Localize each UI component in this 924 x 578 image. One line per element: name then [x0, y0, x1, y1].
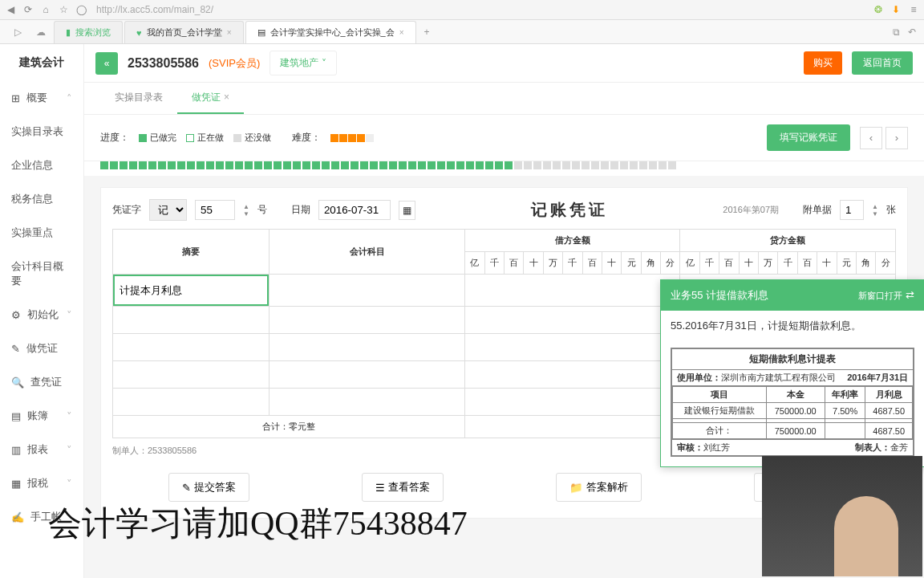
book-icon: ▤ [11, 410, 21, 422]
voucher-type-select[interactable]: 记 [149, 199, 187, 221]
legend-done-icon [139, 134, 147, 142]
star-icon[interactable]: ☆ [58, 4, 69, 15]
new-window-link[interactable]: 新窗口打开 [858, 291, 902, 300]
progress-label: 进度： [100, 131, 129, 144]
sidebar-item-catalog[interactable]: 实操目录表 [0, 115, 83, 149]
sidebar-item-make-voucher[interactable]: ✎做凭证 [0, 332, 83, 365]
voucher-no-input[interactable] [195, 200, 235, 220]
legend-doing-icon [186, 134, 194, 142]
play-icon[interactable]: ▷ [8, 26, 28, 38]
fill-voucher-button[interactable]: 填写记账凭证 [767, 124, 850, 151]
popup-table-title: 短期借款利息计提表 [672, 349, 913, 370]
prev-button[interactable]: ‹ [860, 127, 882, 149]
undo-icon[interactable]: ↶ [908, 26, 916, 38]
url-bar[interactable]: http://lx.acc5.com/main_82/ [93, 4, 866, 15]
home-button[interactable]: 返回首页 [852, 51, 913, 75]
period-label: 2016年第07期 [723, 204, 779, 216]
ext-icon[interactable]: ❂ [873, 4, 884, 15]
progress-grid [84, 161, 924, 176]
voucher-no-suffix: 号 [257, 203, 267, 217]
sidebar-item-check-voucher[interactable]: 🔍查凭证 [0, 365, 83, 399]
tab-search[interactable]: ▮搜索浏览 [54, 21, 123, 43]
analyze-button[interactable]: 📁答案解析 [556, 473, 642, 502]
date-label: 日期 [291, 203, 310, 217]
list-icon: ☰ [375, 482, 385, 494]
sidebar-item-overview[interactable]: ⊞概要˄ [0, 81, 83, 115]
hand-icon: ✍ [11, 511, 24, 523]
col-summary: 摘要 [113, 230, 270, 275]
chevron-down-icon: ˅ [67, 410, 72, 422]
account-id: 2533805586 [128, 56, 199, 71]
voucher-type-label: 凭证字 [112, 203, 141, 217]
col-subject: 会计科目 [270, 230, 465, 275]
chevron-down-icon: ˅ [322, 58, 326, 69]
sidebar-item-subjects[interactable]: 会计科目概要 [0, 250, 83, 298]
attach-label: 附单据 [803, 203, 832, 217]
sidebar-item-manual[interactable]: ✍手工帐 [0, 500, 83, 534]
sidebar-item-taxfile[interactable]: ▦报税˅ [0, 466, 83, 500]
close-icon[interactable]: × [227, 28, 232, 37]
col-debit: 借方金额 [465, 230, 680, 252]
sidebar-title: 建筑会计 [0, 44, 83, 81]
folder-icon: 📁 [569, 482, 583, 494]
search-icon: 🔍 [11, 377, 24, 389]
chevron-down-icon: ˅ [67, 309, 72, 321]
subject-cell[interactable] [270, 275, 465, 307]
spin-down-icon[interactable]: ▼ [243, 210, 249, 218]
pen-icon: ✎ [11, 343, 20, 355]
chevron-down-icon: ˅ [67, 444, 72, 456]
submit-button[interactable]: ✎提交答案 [168, 473, 249, 502]
buy-button[interactable]: 购买 [804, 51, 842, 75]
back-icon[interactable]: ◀ [5, 4, 16, 15]
down-icon[interactable]: ⬇ [890, 4, 902, 15]
attach-suffix: 张 [886, 203, 896, 217]
collapse-sidebar[interactable]: « [95, 52, 118, 75]
sidebar-item-company[interactable]: 企业信息 [0, 149, 83, 182]
subtab-catalog[interactable]: 实操目录表 [100, 83, 177, 114]
popup-title: 业务55 计提借款利息 [671, 288, 768, 303]
globe-icon[interactable]: ◯ [75, 4, 87, 15]
report-icon: ▥ [11, 444, 21, 456]
spin-up-icon[interactable]: ▲ [872, 203, 878, 210]
popup-desc: 55.2016年7月31日，计提短期借款利息。 [661, 311, 924, 341]
home-icon[interactable]: ⌂ [40, 4, 51, 15]
tab-home[interactable]: ♥我的首页_会计学堂× [124, 21, 244, 43]
view-answer-button[interactable]: ☰查看答案 [362, 473, 444, 502]
biz-type-select[interactable]: 建筑地产˅ [270, 51, 337, 75]
date-input[interactable] [318, 200, 391, 220]
col-credit: 贷方金额 [680, 230, 896, 252]
cloud-icon[interactable]: ☁ [30, 26, 52, 38]
difficulty-meter [330, 134, 374, 142]
add-tab[interactable]: + [418, 23, 436, 41]
svip-badge: (SVIP会员) [209, 56, 260, 71]
close-icon[interactable]: × [224, 92, 229, 103]
sidebar-item-init[interactable]: ⚙初始化˅ [0, 298, 83, 332]
spin-up-icon[interactable]: ▲ [243, 203, 249, 210]
interest-table: 项目本金年利率月利息 建设银行短期借款750000.007.50%4687.50… [672, 386, 913, 439]
next-button[interactable]: › [886, 127, 908, 149]
sidebar-item-report[interactable]: ▥报表˅ [0, 433, 83, 466]
gear-icon: ⚙ [11, 309, 21, 321]
sidebar-item-keypoint[interactable]: 实操重点 [0, 216, 83, 250]
subtab-voucher[interactable]: 做凭证× [177, 83, 244, 114]
tax-icon: ▦ [11, 478, 21, 490]
sidebar-item-tax[interactable]: 税务信息 [0, 182, 83, 216]
grid-icon: ⊞ [11, 92, 20, 104]
expand-icon[interactable]: ⇄ [906, 289, 914, 301]
legend-not-icon [233, 134, 241, 142]
sidebar-item-ledger[interactable]: ▤账簿˅ [0, 399, 83, 433]
spin-down-icon[interactable]: ▼ [872, 210, 878, 218]
close-icon[interactable]: × [399, 28, 404, 37]
summary-input[interactable] [113, 275, 269, 306]
video-thumbnail[interactable] [762, 456, 922, 576]
attach-input[interactable] [840, 200, 864, 220]
menu-icon[interactable]: ≡ [908, 4, 919, 15]
task-popup: 业务55 计提借款利息 新窗口打开 ⇄ 55.2016年7月31日，计提短期借款… [660, 279, 924, 467]
calendar-icon[interactable]: ▦ [399, 201, 415, 220]
split-icon[interactable]: ⧉ [893, 26, 900, 38]
voucher-title: 记账凭证 [424, 199, 715, 221]
tab-practice[interactable]: ▤会计学堂实操中心_会计实操_会× [245, 21, 416, 43]
difficulty-label: 难度： [292, 131, 321, 144]
edit-icon: ✎ [182, 482, 191, 494]
reload-icon[interactable]: ⟳ [22, 4, 34, 15]
